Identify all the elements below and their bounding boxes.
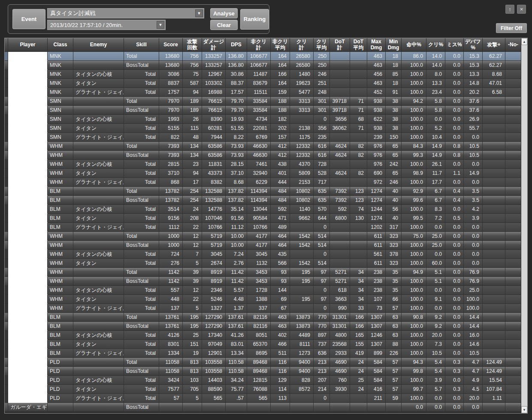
cell-hit-pct[interactable]: 100.0 bbox=[402, 115, 426, 124]
cell-no[interactable] bbox=[505, 304, 521, 313]
col-header-noncrit-total[interactable]: 非クリ 計 bbox=[247, 38, 271, 52]
cell-dot-total[interactable]: 4624 bbox=[330, 169, 350, 178]
cell-skill[interactable]: Total bbox=[124, 124, 159, 133]
cell-crit-avg[interactable]: 528 bbox=[314, 169, 330, 178]
cell-attack-count[interactable]: 5 bbox=[183, 304, 202, 313]
cell-min-dmg[interactable]: 57 bbox=[386, 367, 402, 376]
cell-skill[interactable]: BossTotal bbox=[124, 367, 159, 376]
cell-min-dmg[interactable]: 57 bbox=[386, 385, 402, 394]
cell-debuff-pct[interactable]: 76.9 bbox=[464, 268, 483, 277]
cell-enemy[interactable] bbox=[73, 403, 124, 412]
cell-player[interactable] bbox=[8, 196, 48, 205]
cell-crit-avg[interactable]: 635 bbox=[314, 196, 330, 205]
cell-enemy[interactable] bbox=[73, 232, 124, 241]
cell-no[interactable] bbox=[505, 169, 521, 178]
col-header-attack-plus[interactable]: 攻撃+ bbox=[483, 38, 505, 52]
col-header-crit-pct[interactable]: クリ% bbox=[426, 38, 445, 52]
cell-player[interactable] bbox=[8, 124, 48, 133]
cell-debuff-pct[interactable]: 55.7 bbox=[464, 124, 483, 133]
cell-attack-plus[interactable] bbox=[483, 106, 505, 115]
cell-noncrit-total[interactable]: 106677 bbox=[247, 61, 271, 70]
cell-dps[interactable]: 4.48 bbox=[226, 295, 247, 304]
cell-noncrit-avg[interactable]: 463 bbox=[271, 322, 290, 331]
cell-damage-total[interactable]: 8382 bbox=[202, 178, 226, 187]
cell-dot-avg[interactable] bbox=[350, 52, 367, 61]
cell-class[interactable]: PLD bbox=[48, 358, 73, 367]
cell-dps[interactable]: 5.57 bbox=[226, 286, 247, 295]
cell-crit-pct[interactable]: 5.1 bbox=[426, 277, 445, 286]
cell-attack-plus[interactable] bbox=[483, 259, 505, 268]
cell-dps[interactable]: 28.15 bbox=[226, 160, 247, 169]
cell-noncrit-avg[interactable]: 164 bbox=[271, 61, 290, 70]
cell-attack-plus[interactable] bbox=[483, 178, 505, 187]
cell-no[interactable] bbox=[505, 340, 521, 349]
col-header-hit-pct[interactable]: 命中% bbox=[402, 38, 426, 52]
cell-score[interactable]: 3710 bbox=[159, 169, 183, 178]
cell-dps[interactable]: 30.86 bbox=[226, 70, 247, 79]
cell-attack-count[interactable]: 94 bbox=[183, 88, 202, 97]
cell-max-dmg[interactable]: 238 bbox=[367, 277, 386, 286]
cell-crit-pct[interactable]: 20.0 bbox=[426, 331, 445, 340]
cell-no[interactable] bbox=[505, 214, 521, 223]
cell-max-dmg[interactable]: 239 bbox=[367, 133, 386, 142]
cell-min-dmg[interactable]: 35 bbox=[386, 286, 402, 295]
cell-damage-total[interactable]: 127290 bbox=[202, 322, 226, 331]
cell-dot-total[interactable] bbox=[330, 250, 350, 259]
cell-hit-pct[interactable]: 75.0 bbox=[402, 232, 426, 241]
cell-noncrit-total[interactable]: 3045 bbox=[247, 250, 271, 259]
cell-crit-pct[interactable]: 9.2 bbox=[426, 313, 445, 322]
cell-no[interactable] bbox=[505, 151, 521, 160]
cell-noncrit-avg[interactable]: 67 bbox=[271, 304, 290, 313]
cell-attack-count[interactable]: 19 bbox=[183, 349, 202, 358]
cell-max-dmg[interactable]: 463 bbox=[367, 79, 386, 88]
cell-skill[interactable]: Total bbox=[124, 250, 159, 259]
cell-crit-avg[interactable]: 0 bbox=[314, 286, 330, 295]
cell-crit-avg[interactable]: 97 bbox=[314, 295, 330, 304]
cell-crit-total[interactable] bbox=[290, 115, 314, 124]
cell-skill[interactable]: Total bbox=[124, 160, 159, 169]
cell-max-dmg[interactable]: 238 bbox=[367, 268, 386, 277]
cell-score[interactable]: 137 bbox=[159, 304, 183, 313]
cell-dot-avg[interactable]: 123 bbox=[350, 187, 367, 196]
cell-score[interactable]: 276 bbox=[159, 259, 183, 268]
cell-skill[interactable]: Total bbox=[124, 97, 159, 106]
cell-min-dmg[interactable]: 18 bbox=[386, 61, 402, 70]
cell-skill[interactable]: BossTotal bbox=[124, 106, 159, 115]
col-header-attack-count[interactable]: 攻撃 回数 bbox=[183, 38, 202, 52]
cell-no[interactable] bbox=[505, 106, 521, 115]
cell-dot-avg[interactable] bbox=[350, 88, 367, 97]
cell-score[interactable]: 1142 bbox=[159, 268, 183, 277]
cell-noncrit-total[interactable]: 11511 bbox=[247, 88, 271, 97]
cell-damage-total[interactable]: 565 bbox=[202, 394, 226, 403]
cell-crit-pct[interactable]: 60.0 bbox=[426, 259, 445, 268]
scrollbar-thumb[interactable] bbox=[522, 45, 527, 405]
cell-enemy[interactable]: タイタン bbox=[73, 295, 124, 304]
cell-debuff-pct[interactable]: 4.9 bbox=[464, 376, 483, 385]
cell-score[interactable]: 557 bbox=[159, 286, 183, 295]
cell-crit-total[interactable]: 10802 bbox=[290, 187, 314, 196]
cell-dot-total[interactable] bbox=[330, 52, 350, 61]
cell-max-dmg[interactable]: 463 bbox=[367, 61, 386, 70]
cell-attack-count[interactable]: 151 bbox=[183, 340, 202, 349]
cell-crit-pct[interactable]: 14.0 bbox=[426, 61, 445, 70]
table-row[interactable]: PLDTotal11058813103558110.58894681169400… bbox=[5, 358, 521, 367]
cell-min-dmg[interactable]: 35 bbox=[386, 277, 402, 286]
cell-attack-plus[interactable] bbox=[483, 322, 505, 331]
cell-noncrit-avg[interactable]: 116 bbox=[271, 367, 290, 376]
cell-dot-avg[interactable] bbox=[350, 160, 367, 169]
cell-score[interactable]: 3514 bbox=[159, 205, 183, 214]
cell-max-dmg[interactable]: 73 bbox=[367, 304, 386, 313]
cell-noncrit-avg[interactable]: 438 bbox=[271, 160, 290, 169]
cell-no[interactable] bbox=[505, 160, 521, 169]
cell-crit-pct[interactable]: 3.9 bbox=[426, 376, 445, 385]
cell-score[interactable]: 13680 bbox=[159, 52, 183, 61]
cell-crit-avg[interactable]: 717 bbox=[314, 178, 330, 187]
cell-enemy[interactable]: タイタン bbox=[73, 79, 124, 88]
cell-hit-pct[interactable]: 86.0 bbox=[402, 52, 426, 61]
cell-skill[interactable]: BossTotal bbox=[124, 322, 159, 331]
cell-dps[interactable] bbox=[226, 403, 247, 412]
cell-hit-pct[interactable]: 92.9 bbox=[402, 187, 426, 196]
cell-attack-count[interactable]: 26 bbox=[183, 115, 202, 124]
cell-crit-avg[interactable]: 0 bbox=[314, 394, 330, 403]
cell-damage-total[interactable]: 127290 bbox=[202, 313, 226, 322]
